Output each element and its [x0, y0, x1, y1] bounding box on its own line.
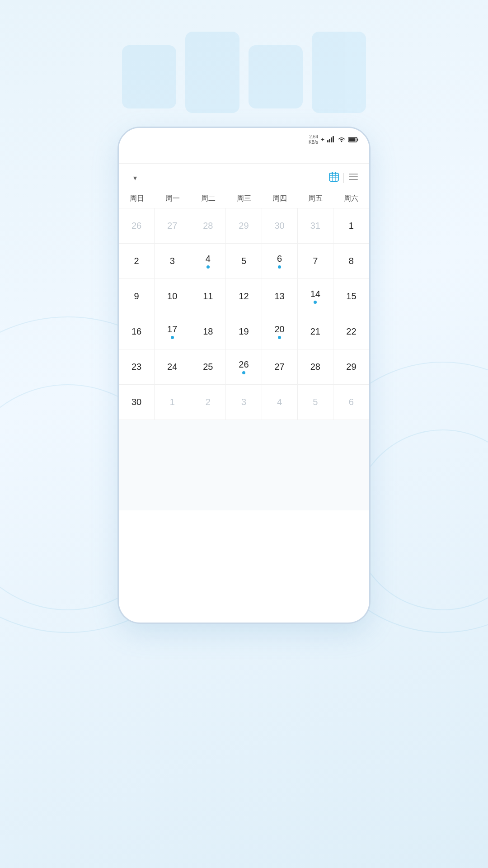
day-number: 22	[346, 326, 356, 337]
svg-rect-1	[329, 139, 330, 142]
day-number: 6	[349, 397, 354, 407]
day-cell[interactable]: 4	[262, 385, 298, 420]
day-number: 28	[203, 221, 213, 231]
weekday-label: 周日	[119, 189, 155, 208]
day-cell[interactable]: 10	[155, 279, 190, 314]
day-number: 23	[131, 362, 141, 372]
day-cell[interactable]: 24	[155, 349, 190, 385]
day-cell[interactable]: 18	[190, 314, 226, 349]
day-cell[interactable]: 25	[190, 349, 226, 385]
weekday-label: 周一	[155, 189, 190, 208]
day-number: 2	[206, 397, 211, 407]
day-number: 10	[167, 291, 177, 302]
day-number: 25	[203, 362, 213, 372]
day-cell[interactable]: 30	[262, 208, 298, 244]
day-cell[interactable]: 3	[226, 385, 262, 420]
day-cell[interactable]: 8	[333, 244, 369, 279]
event-dot	[278, 265, 281, 269]
day-cell[interactable]: 11	[190, 279, 226, 314]
event-dot	[278, 336, 281, 339]
day-number: 8	[349, 256, 354, 266]
day-number: 5	[241, 256, 246, 266]
day-number: 19	[239, 326, 249, 337]
svg-rect-3	[333, 136, 334, 142]
day-number: 6	[277, 254, 282, 264]
day-number: 26	[131, 221, 141, 231]
weekday-label: 周五	[298, 189, 333, 208]
day-number: 27	[167, 221, 177, 231]
day-number: 31	[310, 221, 320, 231]
day-cell[interactable]: 28	[298, 349, 333, 385]
day-cell[interactable]: 27	[155, 208, 190, 244]
day-cell[interactable]: 16	[119, 314, 155, 349]
day-cell[interactable]: 21	[298, 314, 333, 349]
bluetooth-icon: ✦	[320, 137, 325, 143]
list-view-icon[interactable]	[348, 172, 358, 184]
weekday-label: 周四	[262, 189, 298, 208]
day-number: 2	[134, 256, 139, 266]
day-number: 13	[275, 291, 285, 302]
weekday-label: 周六	[333, 189, 369, 208]
day-cell[interactable]: 30	[119, 385, 155, 420]
svg-rect-6	[357, 139, 358, 141]
svg-point-4	[341, 141, 343, 142]
day-number: 29	[346, 362, 356, 372]
event-dot	[171, 336, 174, 339]
day-number: 11	[203, 291, 213, 302]
schedule-content-area	[119, 420, 369, 510]
svg-rect-7	[349, 138, 356, 142]
chevron-down-icon: ▾	[133, 174, 137, 182]
day-cell[interactable]: 7	[298, 244, 333, 279]
day-cell[interactable]: 14	[298, 279, 333, 314]
day-number: 14	[310, 289, 320, 299]
day-cell[interactable]: 2	[119, 244, 155, 279]
day-cell[interactable]: 17	[155, 314, 190, 349]
day-number: 18	[203, 326, 213, 337]
day-number: 28	[310, 362, 320, 372]
day-cell[interactable]: 3	[155, 244, 190, 279]
day-number: 24	[167, 362, 177, 372]
day-cell[interactable]: 31	[298, 208, 333, 244]
month-selector[interactable]: ▾	[130, 174, 137, 182]
day-cell[interactable]: 27	[262, 349, 298, 385]
day-cell[interactable]: 15	[333, 279, 369, 314]
day-cell[interactable]: 20	[262, 314, 298, 349]
calendar-header: ▾	[119, 164, 369, 189]
weekday-label: 周二	[190, 189, 226, 208]
day-cell[interactable]: 29	[333, 349, 369, 385]
svg-rect-13	[332, 172, 333, 175]
calendar-grid: 周日周一周二周三周四周五周六 2627282930311234567891011…	[119, 189, 369, 420]
view-toggle-divider	[343, 173, 344, 183]
day-cell[interactable]: 12	[226, 279, 262, 314]
day-number: 9	[134, 291, 139, 302]
view-toggle	[329, 172, 358, 184]
day-cell[interactable]: 1	[155, 385, 190, 420]
day-cell[interactable]: 6	[333, 385, 369, 420]
day-cell[interactable]: 13	[262, 279, 298, 314]
day-cell[interactable]: 26	[226, 349, 262, 385]
day-cell[interactable]: 19	[226, 314, 262, 349]
day-number: 3	[170, 256, 175, 266]
day-cell[interactable]: 5	[298, 385, 333, 420]
app-header	[119, 149, 369, 164]
day-cell[interactable]: 6	[262, 244, 298, 279]
calendar-view-icon[interactable]	[329, 172, 339, 184]
day-number: 5	[313, 397, 318, 407]
day-cell[interactable]: 1	[333, 208, 369, 244]
day-cell[interactable]: 9	[119, 279, 155, 314]
day-cell[interactable]: 2	[190, 385, 226, 420]
day-cell[interactable]: 4	[190, 244, 226, 279]
day-number: 1	[349, 221, 354, 231]
signal-icon	[327, 136, 335, 144]
day-cell[interactable]: 29	[226, 208, 262, 244]
day-cell[interactable]: 23	[119, 349, 155, 385]
day-number: 16	[131, 326, 141, 337]
page-header	[0, 0, 488, 90]
status-bar: 2.64KB/s ✦	[119, 128, 369, 149]
day-number: 26	[239, 359, 249, 370]
day-cell[interactable]: 22	[333, 314, 369, 349]
day-cell[interactable]: 5	[226, 244, 262, 279]
day-cell[interactable]: 26	[119, 208, 155, 244]
day-cell[interactable]: 28	[190, 208, 226, 244]
signal-data: 2.64KB/s	[309, 134, 318, 145]
